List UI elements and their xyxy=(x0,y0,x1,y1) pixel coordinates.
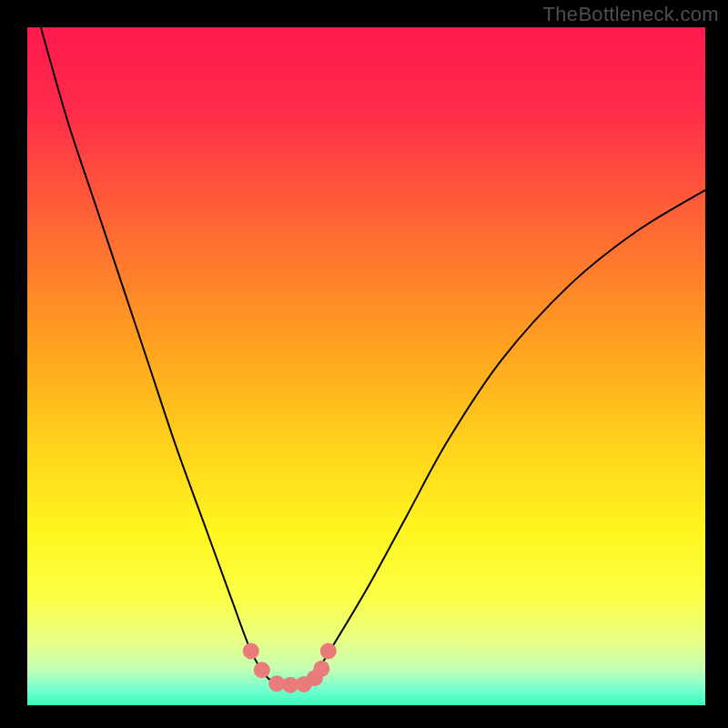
marker-dot xyxy=(313,661,329,677)
watermark-text: TheBottleneck.com xyxy=(543,3,719,26)
marker-dot xyxy=(254,662,270,678)
marker-dot xyxy=(243,642,259,659)
chart-root: TheBottleneck.com xyxy=(0,0,728,728)
plot-area xyxy=(27,27,705,705)
marker-dot xyxy=(320,642,337,659)
plot-svg xyxy=(27,27,705,705)
gradient-background xyxy=(27,27,705,705)
